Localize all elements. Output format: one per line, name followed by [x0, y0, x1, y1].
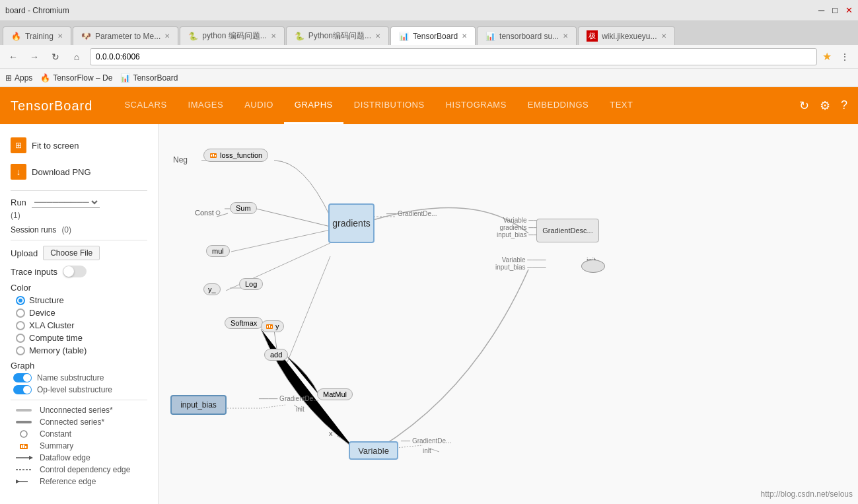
bookmarks-bar: ⊞ Apps 🔥 TensorFlow – De 📊 TensorBoard — [0, 69, 858, 87]
radio-device-circle[interactable] — [16, 308, 25, 318]
reload-button[interactable]: ↻ — [48, 49, 63, 65]
log-node[interactable]: Log — [239, 278, 263, 290]
bookmark-icon[interactable]: ★ — [822, 50, 832, 63]
tab-close-icon[interactable]: ✕ — [375, 32, 380, 40]
nav-text[interactable]: TEXT — [599, 87, 643, 124]
svg-rect-6 — [25, 446, 26, 448]
tab-close-icon[interactable]: ✕ — [57, 32, 63, 40]
fit-to-screen-button[interactable]: ⊞ Fit to screen — [11, 135, 147, 156]
tab-favicon: 极 — [587, 30, 598, 42]
maximize-icon[interactable]: □ — [832, 5, 838, 15]
init-ellipse[interactable] — [581, 260, 605, 273]
nav-images[interactable]: IMAGES — [178, 87, 234, 124]
divider-1 — [11, 190, 147, 191]
input-bias-node[interactable]: input_bias — [170, 395, 227, 415]
tab-favicon: 🔥 — [11, 32, 21, 41]
tab-label: wiki.jikexueyu... — [602, 32, 657, 41]
softmax-node[interactable]: Softmax — [225, 317, 263, 329]
browser-tabs: 🔥 Training ✕ 🐶 Parameter to Me... ✕ 🐍 py… — [0, 21, 858, 45]
back-button[interactable]: ← — [5, 49, 21, 65]
minimize-icon[interactable]: ─ — [818, 5, 824, 15]
tab-close-icon[interactable]: ✕ — [462, 32, 467, 40]
radio-xla-circle[interactable] — [16, 321, 25, 330]
bookmark-apps-label: Apps — [15, 73, 32, 83]
radio-xla-label: XLA Cluster — [29, 320, 75, 330]
nav-distributions[interactable]: DISTRIBUTIONS — [343, 87, 435, 124]
gradients-node[interactable]: gradients — [328, 203, 375, 243]
graph-option-name-scope: Name substructure — [11, 373, 147, 382]
run-select[interactable]: ───────── — [32, 196, 100, 208]
radio-structure[interactable]: Structure — [11, 295, 147, 305]
radio-memory-circle[interactable] — [16, 346, 25, 355]
help-icon[interactable]: ? — [841, 98, 847, 113]
home-button[interactable]: ⌂ — [69, 49, 85, 65]
add-node[interactable]: add — [264, 349, 288, 361]
nav-scalars[interactable]: SCALARS — [114, 87, 177, 124]
nav-embeddings[interactable]: EMBEDDINGS — [517, 87, 599, 124]
tab-python1[interactable]: 🐍 python 编码问题... ✕ — [180, 26, 284, 45]
tab-label: Parameter to Me... — [95, 32, 161, 41]
radio-compute[interactable]: Compute time — [11, 333, 147, 343]
tab-close-icon[interactable]: ✕ — [271, 32, 276, 40]
sum-node[interactable]: Sum — [230, 202, 257, 214]
graph-section: Graph Name substructure Op-level substru… — [11, 361, 147, 394]
radio-structure-circle[interactable] — [16, 296, 25, 305]
tab-parameter[interactable]: 🐶 Parameter to Me... ✕ — [73, 26, 178, 45]
settings-icon[interactable]: ⚙ — [820, 98, 830, 113]
tab-tensorboard2[interactable]: 📊 tensorboard su... ✕ — [477, 26, 577, 45]
divider-3 — [11, 400, 147, 400]
bookmark-tensorflow[interactable]: 🔥 TensorFlow – De — [40, 73, 112, 83]
radio-memory[interactable]: Memory (table) — [11, 345, 147, 355]
bookmark-tensorboard[interactable]: 📊 TensorBoard — [120, 73, 178, 83]
init-var-label: init — [423, 447, 431, 454]
trace-inputs-toggle[interactable] — [63, 266, 87, 277]
tab-python2[interactable]: 🐍 Python编码问题... ✕ — [286, 26, 389, 45]
menu-button[interactable]: ⋮ — [837, 49, 853, 65]
refresh-icon[interactable]: ↻ — [799, 98, 809, 113]
dataflow-icon — [13, 454, 34, 462]
tab-label: tensorboard su... — [499, 32, 559, 41]
close-icon[interactable]: ✕ — [845, 5, 853, 15]
tab-close-icon[interactable]: ✕ — [164, 32, 170, 40]
svg-rect-32 — [267, 326, 268, 328]
nav-audio[interactable]: AUDIO — [234, 87, 284, 124]
nav-histograms[interactable]: HISTOGRAMS — [435, 87, 517, 124]
summary-label: Summary — [40, 441, 73, 450]
variable-node[interactable]: Variable — [349, 441, 398, 460]
loss-function-node[interactable]: loss_function — [203, 149, 268, 162]
gradient-desc-node[interactable]: GradientDesc... — [536, 219, 599, 242]
nav-graphs[interactable]: GRAPHS — [284, 87, 343, 124]
constant-icon — [13, 429, 34, 439]
var-inputbias-labels: Variable ──── input_bias ──── — [495, 256, 546, 271]
tab-close-icon[interactable]: ✕ — [563, 32, 568, 40]
tab-training[interactable]: 🔥 Training ✕ — [3, 26, 71, 45]
graph-canvas: Neg loss_function Sum Const gradients ──… — [159, 124, 858, 504]
download-icon: ↓ — [11, 164, 26, 180]
radio-compute-circle[interactable] — [16, 334, 25, 343]
legend-summary: Summary — [11, 441, 147, 450]
y-node[interactable]: y — [261, 320, 284, 332]
const-node: Const — [195, 209, 221, 217]
mul-node[interactable]: mul — [206, 245, 230, 257]
tab-wiki[interactable]: 极 wiki.jikexueyu... ✕ — [578, 26, 674, 45]
download-png-label: Download PNG — [32, 167, 91, 177]
name-scope-toggle[interactable] — [13, 373, 32, 382]
bookmark-apps[interactable]: ⊞ Apps — [5, 73, 32, 83]
reference-label: Reference edge — [40, 477, 96, 486]
tab-tensorboard-active[interactable]: 📊 TensorBoard ✕ — [390, 26, 476, 45]
y-underscore-node[interactable]: y_ — [203, 283, 221, 295]
header-icons: ↻ ⚙ ? — [799, 98, 847, 113]
choose-file-button[interactable]: Choose File — [43, 246, 100, 260]
tb-favicon: 📊 — [120, 73, 130, 83]
tab-close-icon[interactable]: ✕ — [661, 32, 666, 40]
color-section: Color Structure Device XLA Cluster Compu… — [11, 283, 147, 355]
forward-button[interactable]: → — [26, 49, 42, 65]
matmul-node[interactable]: MatMul — [317, 388, 353, 400]
url-input[interactable] — [90, 48, 817, 65]
radio-device[interactable]: Device — [11, 308, 147, 318]
trace-inputs-row: Trace inputs — [11, 266, 147, 277]
constant-label: Constant — [40, 429, 71, 439]
op-level-toggle[interactable] — [13, 385, 32, 394]
download-png-button[interactable]: ↓ Download PNG — [11, 161, 147, 182]
radio-xla[interactable]: XLA Cluster — [11, 320, 147, 330]
